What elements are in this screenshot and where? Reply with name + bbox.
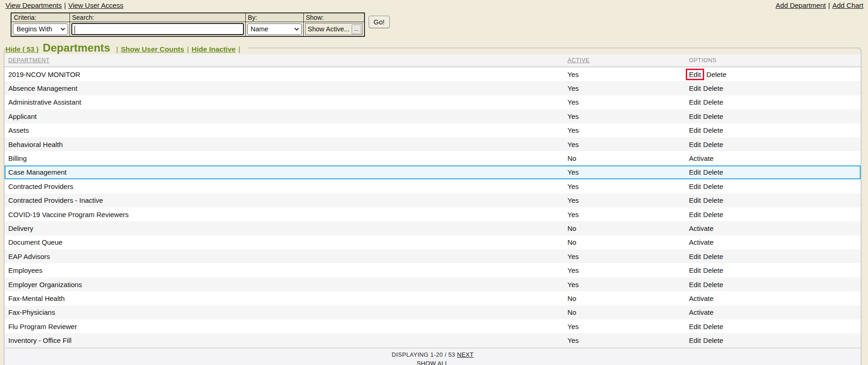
department-cell: Fax-Physicians	[5, 308, 567, 316]
delete-link[interactable]: Delete	[703, 98, 723, 106]
table-row[interactable]: Delivery No Activate	[5, 221, 861, 235]
department-cell: COVID-19 Vaccine Program Reviewers	[5, 211, 567, 218]
show-all-link[interactable]: SHOW ALL	[417, 360, 449, 365]
edit-link[interactable]: Edit	[689, 323, 701, 330]
edit-link[interactable]: Edit	[689, 336, 701, 344]
view-departments-link[interactable]: View Departments	[6, 1, 62, 9]
edit-link[interactable]: Edit	[689, 112, 701, 120]
table-row[interactable]: EAP Advisors Yes EditDelete	[5, 249, 861, 263]
edit-link[interactable]: Edit	[689, 141, 701, 148]
delete-link[interactable]: Delete	[703, 112, 723, 120]
by-select-value: Name	[251, 25, 269, 33]
table-row[interactable]: Flu Program Reviewer Yes EditDelete	[5, 319, 861, 333]
delete-link[interactable]: Delete	[703, 281, 723, 288]
delete-link[interactable]: Delete	[703, 168, 723, 176]
edit-link[interactable]: Edit	[689, 84, 701, 92]
edit-link[interactable]: Edit	[689, 126, 701, 134]
table-row[interactable]: Inventory - Office Fill Yes EditDelete	[5, 333, 861, 347]
show-all-line: SHOW ALL	[5, 360, 861, 365]
table-row[interactable]: Case Management Yes EditDelete	[5, 165, 861, 179]
active-cell: Yes	[567, 141, 689, 148]
table-row[interactable]: Behavioral Health Yes EditDelete	[5, 137, 861, 151]
active-cell: Yes	[567, 281, 689, 288]
activate-link[interactable]: Activate	[689, 154, 713, 162]
edit-link[interactable]: Edit	[686, 69, 704, 80]
activate-link[interactable]: Activate	[689, 238, 713, 246]
delete-link[interactable]: Delete	[703, 182, 723, 190]
view-user-access-link[interactable]: View User Access	[68, 1, 123, 9]
active-cell: Yes	[567, 196, 689, 204]
delete-link[interactable]: Delete	[703, 196, 723, 204]
add-department-link[interactable]: Add Department	[775, 1, 826, 9]
next-link[interactable]: NEXT	[457, 351, 474, 358]
separator: |	[64, 1, 66, 9]
table-row[interactable]: Fax-Physicians No Activate	[5, 306, 861, 319]
by-select[interactable]: Name	[247, 24, 302, 35]
delete-link[interactable]: Delete	[703, 336, 723, 344]
department-cell: Administrative Assistant	[5, 98, 567, 106]
table-row[interactable]: Billing No Activate	[5, 151, 861, 165]
delete-link[interactable]: Delete	[706, 71, 726, 78]
table-row[interactable]: Absence Management Yes EditDelete	[5, 81, 861, 95]
delete-link[interactable]: Delete	[703, 84, 723, 92]
options-cell: EditDelete	[689, 323, 861, 330]
activate-link[interactable]: Activate	[689, 308, 713, 316]
show-user-counts-link[interactable]: Show User Counts	[121, 45, 184, 53]
delete-link[interactable]: Delete	[703, 141, 723, 148]
delete-link[interactable]: Delete	[703, 253, 723, 260]
options-cell: EditDelete	[689, 126, 861, 134]
section-legend: Hide ( 53 ) Departments | Show User Coun…	[6, 41, 248, 54]
edit-link[interactable]: Edit	[689, 196, 701, 204]
hide-count-link[interactable]: Hide ( 53 )	[6, 45, 39, 53]
page-title: Departments	[43, 41, 110, 54]
delete-link[interactable]: Delete	[703, 266, 723, 274]
options-cell: EditDelete	[689, 211, 861, 218]
show-filter[interactable]: Show Active... ...	[305, 23, 363, 35]
edit-link[interactable]: Edit	[689, 266, 701, 274]
edit-link[interactable]: Edit	[689, 182, 701, 190]
active-sort-link[interactable]: ACTIVE	[567, 57, 590, 64]
table-row[interactable]: Administrative Assistant Yes EditDelete	[5, 95, 861, 109]
table-row[interactable]: Applicant Yes EditDelete	[5, 109, 861, 123]
table-row[interactable]: Fax-Mental Health No Activate	[5, 291, 861, 305]
delete-link[interactable]: Delete	[703, 126, 723, 134]
criteria-select-value: Begins With	[17, 25, 52, 33]
show-filter-more-button[interactable]: ...	[352, 24, 361, 34]
table-row[interactable]: Employees Yes EditDelete	[5, 263, 861, 277]
edit-link[interactable]: Edit	[689, 98, 701, 106]
active-cell: No	[567, 224, 689, 232]
criteria-select[interactable]: Begins With	[13, 24, 68, 35]
hide-inactive-link[interactable]: Hide Inactive	[191, 45, 236, 53]
table-row[interactable]: Contracted Providers - Inactive Yes Edit…	[5, 194, 861, 207]
add-chart-link[interactable]: Add Chart	[832, 1, 863, 9]
options-cell: EditDelete	[689, 253, 861, 260]
options-cell: EditDelete	[689, 141, 861, 148]
table-row[interactable]: Contracted Providers Yes EditDelete	[5, 179, 861, 193]
go-button[interactable]: Go!	[369, 16, 390, 28]
table-row[interactable]: 2019-NCOV MONITOR Yes EditDelete	[5, 67, 861, 81]
table-row[interactable]: COVID-19 Vaccine Program Reviewers Yes E…	[5, 207, 861, 221]
top-nav-right: Add Department|Add Chart	[775, 1, 863, 10]
department-cell: Delivery	[5, 224, 567, 232]
options-cell: EditDelete	[689, 112, 861, 120]
activate-link[interactable]: Activate	[689, 224, 713, 232]
table-row[interactable]: Assets Yes EditDelete	[5, 124, 861, 137]
top-nav: View Departments|View User Access Add De…	[0, 0, 868, 10]
department-cell: Absence Management	[5, 84, 567, 92]
activate-link[interactable]: Activate	[689, 294, 713, 302]
department-cell: Behavioral Health	[5, 141, 567, 148]
edit-link[interactable]: Edit	[689, 211, 701, 218]
search-input[interactable]	[71, 23, 244, 35]
department-sort-link[interactable]: DEPARTMENT	[8, 57, 50, 64]
table-row[interactable]: Document Queue No Activate	[5, 235, 861, 249]
edit-link[interactable]: Edit	[689, 281, 701, 288]
edit-link[interactable]: Edit	[689, 168, 701, 176]
active-cell: Yes	[567, 126, 689, 134]
department-cell: Billing	[5, 154, 567, 162]
delete-link[interactable]: Delete	[703, 211, 723, 218]
options-cell: EditDelete	[689, 168, 861, 176]
delete-link[interactable]: Delete	[703, 323, 723, 330]
active-cell: Yes	[567, 211, 689, 218]
edit-link[interactable]: Edit	[689, 253, 701, 260]
table-row[interactable]: Employer Organizations Yes EditDelete	[5, 277, 861, 291]
